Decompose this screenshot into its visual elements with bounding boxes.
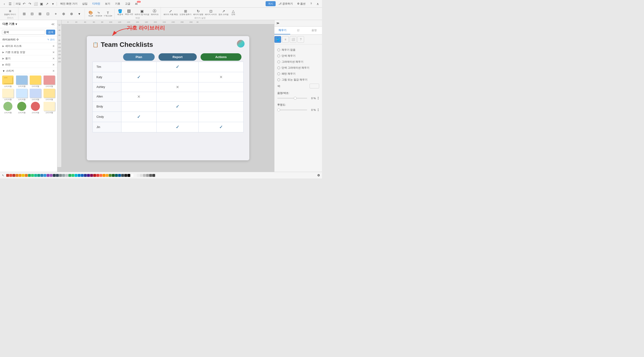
ai-btn[interactable]: AI hot xyxy=(133,2,139,6)
fill-option-none[interactable]: 채우기 없음 xyxy=(277,47,319,53)
list-item[interactable]: 스티커형 xyxy=(43,75,56,88)
page-auto-expand-btn[interactable]: ⤢ 페이지 자동 확장 xyxy=(163,8,178,16)
color-swatch[interactable] xyxy=(28,174,31,177)
text-format-btn[interactable]: ≡ xyxy=(282,36,289,43)
color-swatch[interactable] xyxy=(78,174,80,177)
color-swatch[interactable] xyxy=(53,174,56,177)
color-swatch[interactable] xyxy=(37,174,40,177)
color-swatch[interactable] xyxy=(102,174,106,177)
list-item[interactable]: 스티커형 xyxy=(29,102,42,114)
color-swatch[interactable] xyxy=(19,174,22,177)
expand-left-btn[interactable]: ≫ xyxy=(276,21,280,25)
color-swatch[interactable] xyxy=(31,174,34,177)
list-item[interactable]: 스티커 스티커형 xyxy=(2,75,14,88)
border-btn[interactable]: ▣ 테두리 및 머리글 xyxy=(134,8,150,16)
view-btn[interactable]: 보기 xyxy=(103,1,112,6)
color-swatch[interactable] xyxy=(46,174,50,177)
color-swatch[interactable] xyxy=(112,174,115,177)
fill-color-swatch[interactable] xyxy=(310,84,319,88)
bg-image-btn[interactable]: 🖼 배경 사진 xyxy=(124,8,134,16)
transparency-down-btn[interactable]: ▼ xyxy=(317,110,319,112)
fill-picture-radio[interactable] xyxy=(277,78,280,81)
color-swatch[interactable] xyxy=(140,174,143,177)
color-swatch[interactable] xyxy=(56,174,59,177)
color-swatch[interactable] xyxy=(96,174,99,177)
color-swatch[interactable] xyxy=(128,174,130,177)
list-item[interactable]: 스티커형 xyxy=(15,102,28,114)
list-item[interactable]: 스티커형 xyxy=(2,102,14,114)
select-tool-btn[interactable]: ↖ xyxy=(2,174,4,177)
fill-option-solid[interactable]: 단색 채우기 xyxy=(277,53,319,59)
search-input[interactable] xyxy=(2,30,45,35)
close-container-btn[interactable]: ✕ xyxy=(52,57,55,60)
redo-btn[interactable]: ↷ xyxy=(28,1,32,6)
color-swatch[interactable] xyxy=(81,174,84,177)
shape-tool-7[interactable]: ⊗ xyxy=(68,9,75,18)
color-swatch[interactable] xyxy=(40,174,43,177)
section-safe-list[interactable]: ▶ 세이프 리스트 ✕ xyxy=(0,43,57,49)
unit-btn[interactable]: △ 단위 xyxy=(230,8,237,16)
bg-color-btn[interactable]: 🪣 배경색 xyxy=(116,8,124,16)
tab-shadow[interactable]: 음영 xyxy=(306,26,322,34)
color-swatch[interactable] xyxy=(59,174,62,177)
color-swatch[interactable] xyxy=(50,174,52,177)
search-btn[interactable]: 검색 xyxy=(46,30,55,35)
options-btn[interactable]: ⚙ 옵션 xyxy=(296,1,307,6)
color-swatch[interactable] xyxy=(68,174,71,177)
close-basic-btn[interactable]: ✕ xyxy=(52,51,55,54)
close-sticker-btn[interactable]: ✕ xyxy=(52,69,55,73)
fill-solid-radio[interactable] xyxy=(277,54,280,57)
color-btn[interactable]: 🎨 색상▾ xyxy=(87,9,94,18)
color-swatch[interactable] xyxy=(25,174,28,177)
fill-solid-gradient-radio[interactable] xyxy=(277,66,280,69)
symbol-btn[interactable]: 기호 xyxy=(113,1,122,6)
color-swatch[interactable] xyxy=(124,174,127,177)
shading-down-btn[interactable]: ▼ xyxy=(317,98,319,100)
file-label[interactable]: 파일 xyxy=(16,1,21,6)
watermark-btn[interactable]: Ⓐ 워터마크 xyxy=(150,8,159,16)
panel-collapse-btn[interactable]: ≪ xyxy=(51,22,55,26)
export-btn[interactable]: ↗ xyxy=(45,1,50,6)
undo-btn[interactable]: ↶ xyxy=(22,1,26,6)
shape-tool-4[interactable]: ⊡ xyxy=(44,9,52,18)
help-circle-btn[interactable]: ? xyxy=(298,36,304,43)
fill-pattern-radio[interactable] xyxy=(277,72,280,75)
one-click-decorate-btn[interactable]: ✳ 원클릭 꾸미기 xyxy=(3,8,17,16)
close-line-btn[interactable]: ✕ xyxy=(52,63,55,66)
shading-slider-thumb[interactable] xyxy=(294,97,297,100)
color-swatch[interactable] xyxy=(34,174,37,177)
color-swatch[interactable] xyxy=(152,174,155,177)
main-screen-btn[interactable]: 메인 화면 가기 xyxy=(58,1,79,6)
fill-option-pattern[interactable]: 패턴 채우기 xyxy=(277,71,319,77)
share-btn[interactable]: ⎇ 공유하기 xyxy=(277,1,294,6)
list-item[interactable]: 스티커형 xyxy=(43,102,56,114)
publish-btn[interactable]: 게시 xyxy=(266,1,276,6)
fill-option-gradient[interactable]: 그라데이션 채우기 xyxy=(277,59,319,65)
color-swatch[interactable] xyxy=(149,174,152,177)
section-basic-drawing[interactable]: ▶ 기본 드로잉 모양 ✕ xyxy=(0,49,57,55)
shape-expand-btn[interactable]: ▾ xyxy=(76,9,83,18)
color-swatch[interactable] xyxy=(134,174,136,177)
manage-link[interactable]: ✎ 관리 xyxy=(47,38,55,41)
list-item[interactable]: 스티커형 xyxy=(29,89,42,101)
collapse-top-btn[interactable]: ∧ xyxy=(315,1,320,6)
more-btn[interactable]: ▾ xyxy=(50,1,55,6)
jump-style-btn[interactable]: ↗ 점프 스타일 xyxy=(218,8,229,16)
color-swatch[interactable] xyxy=(12,174,15,177)
color-swatch[interactable] xyxy=(115,174,118,177)
design-btn[interactable]: 디자인 xyxy=(90,1,102,6)
shape-tool-5[interactable]: ⌖ xyxy=(52,9,60,18)
color-swatch[interactable] xyxy=(9,174,12,177)
color-swatch[interactable] xyxy=(90,174,93,177)
color-swatch[interactable] xyxy=(146,174,149,177)
close-safe-list-btn[interactable]: ✕ xyxy=(52,44,55,48)
color-swatch[interactable] xyxy=(118,174,121,177)
section-line[interactable]: ▶ 라인 ✕ xyxy=(0,62,57,68)
color-swatch[interactable] xyxy=(87,174,90,177)
list-item[interactable]: 스티커형 xyxy=(15,75,28,88)
print-btn[interactable]: ▣ xyxy=(39,1,44,6)
palette-settings-btn[interactable]: ⚙ xyxy=(317,173,320,177)
shape-tool-1[interactable]: ⊞ xyxy=(20,9,28,18)
color-swatch[interactable] xyxy=(137,174,140,177)
insert-btn[interactable]: 삽입 xyxy=(80,1,90,6)
